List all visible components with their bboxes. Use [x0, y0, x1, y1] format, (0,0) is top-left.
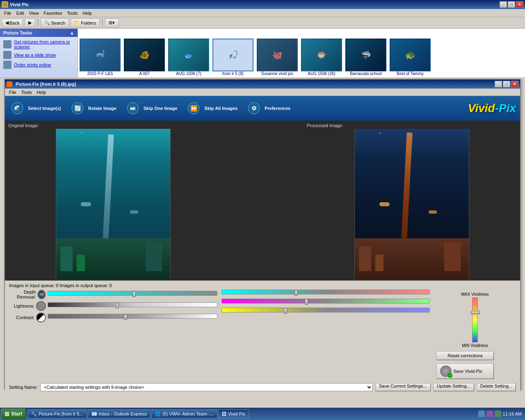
taskbar-item-2[interactable]: 🌐 (5) VWH- Admin Team -... — [151, 409, 217, 418]
tasks-header: Picture Tasks ▲ — [0, 29, 78, 37]
task-get-pictures[interactable]: Get pictures from camera or scanner — [2, 39, 76, 50]
ie-toolbar: ◀ Back ▶ 🔍 Search 📁 Folders ⊞▾ — [0, 17, 525, 29]
reset-corrections-button[interactable]: Reset corrections — [436, 351, 494, 360]
skip-one-label: Skip One Image — [144, 106, 178, 111]
thumb-item-1[interactable]: 🐠 A 007 — [124, 39, 165, 76]
taskbar-item-icon-2: 🌐 — [155, 411, 161, 417]
back-button[interactable]: ◀ Back — [2, 18, 23, 27]
thumb-image-1[interactable]: 🐠 — [124, 39, 165, 71]
thumb-item-2[interactable]: 🐟 AUG 1506 (7) — [168, 39, 209, 76]
minimize-button[interactable]: _ — [500, 1, 507, 8]
thumb-label-5: AUG 1506 (26) — [301, 71, 342, 76]
task-slideshow[interactable]: View as a slide show — [2, 50, 76, 60]
windows-logo: ⊞ — [5, 411, 9, 417]
lightness-thumb[interactable] — [116, 303, 119, 308]
browser-area: Picture Tasks ▲ Get pictures from camera… — [0, 29, 525, 78]
menu-tools[interactable]: Tools — [65, 10, 80, 16]
depth-removal-row: Depth Removal: 🤿 — [9, 290, 217, 299]
search-button[interactable]: 🔍 Search — [41, 18, 69, 27]
menu-edit[interactable]: Edit — [14, 10, 27, 16]
vp-title-buttons: _ □ ✕ — [495, 81, 518, 87]
skip-one-icon: ⏭ — [125, 100, 141, 116]
cyan-thumb[interactable] — [294, 290, 298, 296]
thumb-item-6[interactable]: 🦈 Barracuda school — [345, 39, 386, 76]
menu-view[interactable]: View — [27, 10, 41, 16]
task-order-prints[interactable]: Order prints online — [2, 60, 76, 70]
yellow-thumb[interactable] — [284, 308, 287, 314]
forward-button[interactable]: ▶ — [25, 18, 35, 27]
folders-button[interactable]: 📁 Folders — [71, 18, 100, 27]
original-label: Original Image: — [7, 122, 220, 129]
delete-setting-button[interactable]: Delete Setting... — [477, 383, 516, 391]
start-button[interactable]: ⊞ Start — [1, 409, 26, 419]
prints-icon — [3, 61, 11, 69]
vp-images-area: Original Image: — [5, 121, 520, 281]
vp-minimize-button[interactable]: _ — [495, 81, 502, 87]
contrast-track[interactable] — [48, 314, 217, 321]
yellow-track[interactable] — [221, 308, 430, 315]
thumb-label-0: 2015 P-F L&S — [80, 71, 121, 76]
thumb-label-7: Best of Tammy — [390, 71, 431, 76]
vividness-track[interactable] — [472, 297, 478, 342]
thumb-item-7[interactable]: 🐢 Best of Tammy — [390, 39, 431, 76]
thumb-image-4[interactable]: 🐙 — [257, 39, 298, 71]
vp-restore-button[interactable]: □ — [503, 81, 510, 87]
save-icon: + — [440, 365, 452, 377]
magenta-thumb[interactable] — [305, 299, 308, 305]
thumb-image-7[interactable]: 🐢 — [390, 39, 431, 71]
select-images-button[interactable]: 🌊 Select Image(s) — [9, 100, 61, 116]
menu-file[interactable]: File — [2, 10, 14, 16]
close-button[interactable]: ✕ — [516, 1, 523, 8]
vp-menu-help[interactable]: Help — [34, 89, 48, 96]
thumb-image-2[interactable]: 🐟 — [168, 39, 209, 71]
save-current-settings-button[interactable]: Save Current Settings... — [375, 383, 431, 391]
depth-removal-thumb[interactable] — [132, 291, 136, 297]
save-vividpix-button[interactable]: + Save Vivid-Pix — [436, 363, 494, 379]
system-tray: 11:16 AM — [475, 411, 525, 417]
taskbar-items: 🔧 Picture-Fix [from lr 5... 📧 Inbox - Ou… — [27, 409, 475, 419]
right-sliders — [221, 290, 430, 381]
vp-menu-file[interactable]: File — [7, 89, 19, 96]
svg-text:⏩: ⏩ — [190, 105, 198, 112]
skip-all-icon: ⏩ — [185, 100, 202, 116]
magenta-track[interactable] — [221, 299, 430, 306]
taskbar-item-3[interactable]: 🖼 Vivid Pix — [218, 409, 249, 418]
contrast-icon — [36, 313, 46, 322]
thumb-item-0[interactable]: 🤿 2015 P-F L&S — [80, 39, 121, 76]
taskbar-item-0[interactable]: 🔧 Picture-Fix [from lr 5... — [27, 409, 87, 418]
skip-one-button[interactable]: ⏭ Skip One Image — [125, 100, 178, 116]
processed-image-container — [305, 129, 518, 279]
update-setting-button[interactable]: Update Setting... — [433, 383, 474, 391]
tray-icon-1 — [478, 411, 485, 417]
vividness-control: MAX Vividness MIN Vividness — [436, 292, 514, 348]
thumb-item-5[interactable]: 🐡 AUG 1506 (26) — [301, 39, 342, 76]
vp-menu-tools[interactable]: Tools — [19, 89, 34, 96]
thumb-image-6[interactable]: 🦈 — [345, 39, 386, 71]
thumb-image-0[interactable]: 🤿 — [80, 39, 121, 71]
thumb-item-3[interactable]: 🎣 from lr 5 (8) — [212, 39, 253, 76]
menu-favorites[interactable]: Favorites — [41, 10, 64, 16]
depth-removal-track[interactable] — [48, 291, 217, 298]
vividness-thumb[interactable] — [471, 311, 480, 314]
thumb-label-6: Barracuda school — [345, 71, 386, 76]
contrast-thumb[interactable] — [124, 314, 127, 320]
skip-all-button[interactable]: ⏩ Skip All Images — [185, 100, 237, 116]
rotate-image-button[interactable]: 🔄 Rotate Image — [69, 100, 116, 116]
cyan-track[interactable] — [221, 290, 430, 297]
taskbar-item-label-3: Vivid Pix — [228, 411, 245, 416]
views-button[interactable]: ⊞▾ — [105, 18, 119, 27]
maximize-button[interactable]: □ — [508, 1, 515, 8]
lightness-track[interactable] — [48, 302, 217, 310]
vp-close-button[interactable]: ✕ — [511, 81, 518, 87]
thumb-label-1: A 007 — [124, 71, 165, 76]
preferences-button[interactable]: ⚙ Preferences — [246, 100, 290, 116]
settings-dropdown[interactable]: <Calculated starting settings with 9-ima… — [40, 383, 373, 391]
vividpix-logo: Vivid-Pix — [468, 102, 516, 115]
taskbar-item-1[interactable]: 📧 Inbox - Outlook Express — [88, 409, 151, 418]
thumb-item-4[interactable]: 🐙 Susanne vivid pix — [257, 39, 298, 76]
thumb-image-5[interactable]: 🐡 — [301, 39, 342, 71]
lightness-row: Lightness: — [9, 301, 217, 311]
thumb-image-3[interactable]: 🎣 — [212, 39, 253, 71]
menu-help[interactable]: Help — [80, 10, 94, 16]
tasks-collapse-icon[interactable]: ▲ — [70, 30, 74, 35]
